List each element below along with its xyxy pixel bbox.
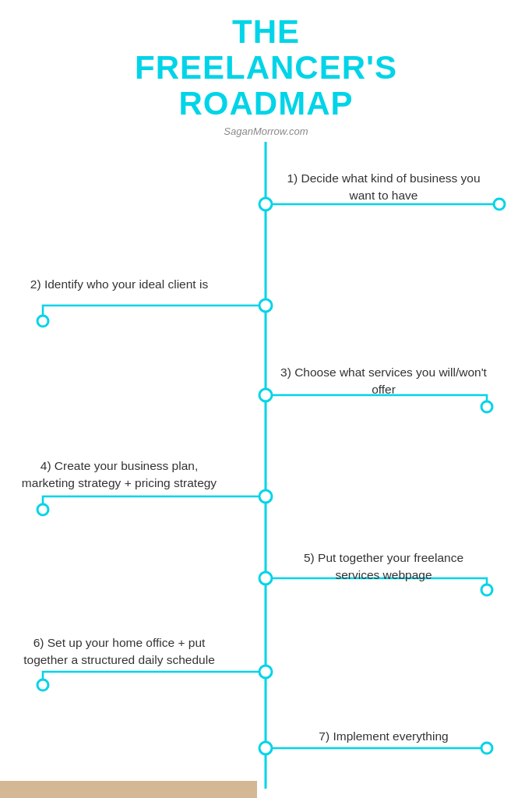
page: THE FREELANCER'S ROADMAP SaganMorrow.com	[0, 0, 532, 798]
brand-name: SaganMorrow.com	[0, 125, 532, 137]
step-5-text: 5) Put together your freelance services …	[304, 551, 463, 581]
title-section: THE FREELANCER'S ROADMAP SaganMorrow.com	[0, 0, 532, 142]
step-4-text: 4) Create your business plan, marketing …	[22, 459, 217, 489]
title-line3: ROADMAP	[0, 86, 532, 122]
step-2-text: 2) Identify who your ideal client is	[30, 277, 208, 291]
step-6-text: 6) Set up your home office + put togethe…	[23, 636, 215, 666]
title-line1: THE	[0, 14, 532, 50]
step-4-label: 4) Create your business plan, marketing …	[14, 457, 224, 493]
roadmap-items: 1) Decide what kind of business you want…	[0, 142, 532, 789]
step-6-label: 6) Set up your home office + put togethe…	[14, 634, 224, 669]
step-2-label: 2) Identify who your ideal client is	[14, 276, 224, 293]
step-3-text: 3) Choose what services you will/won't o…	[280, 365, 487, 396]
step-3-label: 3) Choose what services you will/won't o…	[280, 364, 487, 399]
title-line2: FREELANCER'S	[0, 50, 532, 86]
step-5-label: 5) Put together your freelance services …	[280, 549, 487, 584]
roadmap-container: 1) Decide what kind of business you want…	[0, 142, 532, 789]
step-7-text: 7) Implement everything	[319, 729, 448, 743]
step-7-label: 7) Implement everything	[280, 728, 487, 745]
main-title: THE FREELANCER'S ROADMAP	[0, 14, 532, 122]
step-1-text: 1) Decide what kind of business you want…	[287, 171, 480, 202]
step-1-label: 1) Decide what kind of business you want…	[280, 170, 487, 205]
